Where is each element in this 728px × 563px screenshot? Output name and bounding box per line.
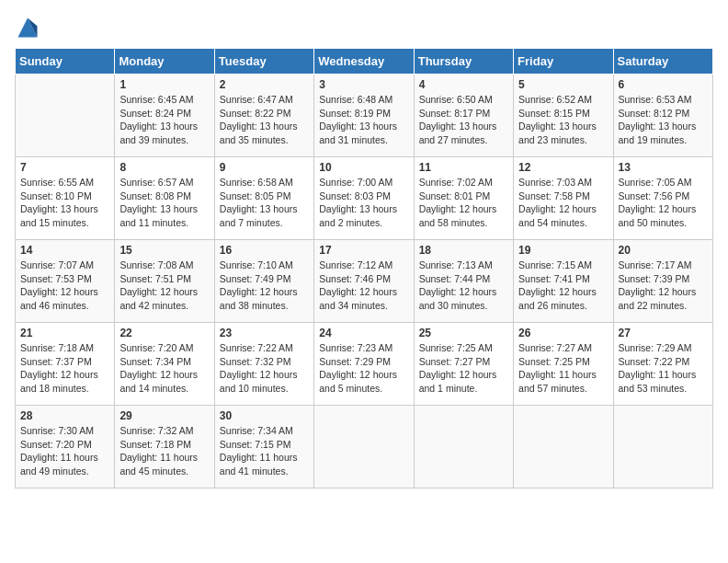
day-number: 13 bbox=[619, 161, 708, 174]
calendar-cell: 13Sunrise: 7:05 AM Sunset: 7:56 PM Dayli… bbox=[613, 157, 712, 240]
day-info: Sunrise: 6:58 AM Sunset: 8:05 PM Dayligh… bbox=[220, 176, 309, 230]
day-info: Sunrise: 6:57 AM Sunset: 8:08 PM Dayligh… bbox=[119, 176, 209, 230]
day-number: 12 bbox=[518, 161, 608, 174]
calendar-cell: 30Sunrise: 7:34 AM Sunset: 7:15 PM Dayli… bbox=[214, 406, 313, 488]
day-info: Sunrise: 7:03 AM Sunset: 7:58 PM Dayligh… bbox=[518, 176, 608, 230]
day-number: 15 bbox=[119, 244, 209, 257]
day-number: 8 bbox=[119, 161, 209, 174]
day-info: Sunrise: 7:32 AM Sunset: 7:18 PM Dayligh… bbox=[119, 424, 209, 478]
day-number: 30 bbox=[220, 409, 309, 422]
day-info: Sunrise: 7:05 AM Sunset: 7:56 PM Dayligh… bbox=[619, 176, 708, 230]
day-number: 26 bbox=[518, 327, 608, 339]
calendar-cell: 17Sunrise: 7:12 AM Sunset: 7:46 PM Dayli… bbox=[314, 240, 414, 323]
day-number: 17 bbox=[319, 244, 408, 257]
day-number: 28 bbox=[20, 409, 109, 422]
day-info: Sunrise: 7:30 AM Sunset: 7:20 PM Dayligh… bbox=[20, 424, 109, 478]
day-number: 5 bbox=[518, 78, 608, 91]
day-number: 3 bbox=[319, 78, 408, 91]
calendar-cell: 3Sunrise: 6:48 AM Sunset: 8:19 PM Daylig… bbox=[314, 75, 414, 157]
col-header-monday: Monday bbox=[115, 49, 214, 75]
day-info: Sunrise: 6:48 AM Sunset: 8:19 PM Dayligh… bbox=[319, 93, 408, 147]
calendar-cell: 27Sunrise: 7:29 AM Sunset: 7:22 PM Dayli… bbox=[613, 323, 712, 406]
day-number: 27 bbox=[619, 327, 708, 339]
day-number: 1 bbox=[119, 78, 209, 91]
day-number: 4 bbox=[419, 78, 508, 91]
day-number: 19 bbox=[518, 244, 608, 257]
day-info: Sunrise: 7:07 AM Sunset: 7:53 PM Dayligh… bbox=[20, 259, 109, 313]
calendar-cell: 12Sunrise: 7:03 AM Sunset: 7:58 PM Dayli… bbox=[514, 157, 613, 240]
day-info: Sunrise: 7:29 AM Sunset: 7:22 PM Dayligh… bbox=[619, 341, 708, 396]
calendar-cell bbox=[514, 406, 613, 488]
col-header-thursday: Thursday bbox=[414, 49, 513, 75]
col-header-tuesday: Tuesday bbox=[214, 49, 313, 75]
day-info: Sunrise: 7:34 AM Sunset: 7:15 PM Dayligh… bbox=[220, 424, 309, 478]
day-info: Sunrise: 7:00 AM Sunset: 8:03 PM Dayligh… bbox=[319, 176, 408, 230]
col-header-friday: Friday bbox=[514, 49, 613, 75]
day-number: 25 bbox=[419, 327, 508, 339]
day-number: 29 bbox=[119, 409, 209, 422]
calendar-cell: 25Sunrise: 7:25 AM Sunset: 7:27 PM Dayli… bbox=[414, 323, 513, 406]
day-number: 2 bbox=[220, 78, 309, 91]
day-info: Sunrise: 7:12 AM Sunset: 7:46 PM Dayligh… bbox=[319, 259, 408, 313]
day-number: 23 bbox=[220, 327, 309, 339]
day-number: 20 bbox=[619, 244, 708, 257]
calendar-cell: 6Sunrise: 6:53 AM Sunset: 8:12 PM Daylig… bbox=[613, 75, 712, 157]
col-header-sunday: Sunday bbox=[16, 49, 115, 75]
logo-icon bbox=[15, 15, 40, 40]
day-info: Sunrise: 6:45 AM Sunset: 8:24 PM Dayligh… bbox=[119, 93, 209, 147]
day-number: 21 bbox=[20, 327, 109, 339]
day-info: Sunrise: 6:53 AM Sunset: 8:12 PM Dayligh… bbox=[619, 93, 708, 147]
day-number: 6 bbox=[619, 78, 708, 91]
calendar-cell: 20Sunrise: 7:17 AM Sunset: 7:39 PM Dayli… bbox=[613, 240, 712, 323]
day-info: Sunrise: 7:15 AM Sunset: 7:41 PM Dayligh… bbox=[518, 259, 608, 313]
day-number: 18 bbox=[419, 244, 508, 257]
calendar-cell: 11Sunrise: 7:02 AM Sunset: 8:01 PM Dayli… bbox=[414, 157, 513, 240]
day-number: 24 bbox=[319, 327, 408, 339]
calendar-cell: 26Sunrise: 7:27 AM Sunset: 7:25 PM Dayli… bbox=[514, 323, 613, 406]
day-number: 11 bbox=[419, 161, 508, 174]
col-header-wednesday: Wednesday bbox=[314, 49, 414, 75]
day-info: Sunrise: 7:25 AM Sunset: 7:27 PM Dayligh… bbox=[419, 341, 508, 396]
day-number: 10 bbox=[319, 161, 408, 174]
day-info: Sunrise: 7:23 AM Sunset: 7:29 PM Dayligh… bbox=[319, 341, 408, 396]
calendar-cell: 23Sunrise: 7:22 AM Sunset: 7:32 PM Dayli… bbox=[214, 323, 313, 406]
day-info: Sunrise: 7:18 AM Sunset: 7:37 PM Dayligh… bbox=[20, 341, 109, 396]
day-info: Sunrise: 7:13 AM Sunset: 7:44 PM Dayligh… bbox=[419, 259, 508, 313]
day-info: Sunrise: 7:10 AM Sunset: 7:49 PM Dayligh… bbox=[220, 259, 309, 313]
calendar-cell: 18Sunrise: 7:13 AM Sunset: 7:44 PM Dayli… bbox=[414, 240, 513, 323]
calendar-cell: 8Sunrise: 6:57 AM Sunset: 8:08 PM Daylig… bbox=[115, 157, 214, 240]
calendar-table: SundayMondayTuesdayWednesdayThursdayFrid… bbox=[15, 48, 713, 488]
calendar-cell: 5Sunrise: 6:52 AM Sunset: 8:15 PM Daylig… bbox=[514, 75, 613, 157]
logo bbox=[15, 15, 44, 40]
day-info: Sunrise: 7:22 AM Sunset: 7:32 PM Dayligh… bbox=[220, 341, 309, 396]
calendar-cell: 16Sunrise: 7:10 AM Sunset: 7:49 PM Dayli… bbox=[214, 240, 313, 323]
day-number: 22 bbox=[119, 327, 209, 339]
calendar-cell: 22Sunrise: 7:20 AM Sunset: 7:34 PM Dayli… bbox=[115, 323, 214, 406]
day-number: 14 bbox=[20, 244, 109, 257]
calendar-cell: 24Sunrise: 7:23 AM Sunset: 7:29 PM Dayli… bbox=[314, 323, 414, 406]
day-number: 16 bbox=[220, 244, 309, 257]
calendar-cell: 29Sunrise: 7:32 AM Sunset: 7:18 PM Dayli… bbox=[115, 406, 214, 488]
calendar-cell: 7Sunrise: 6:55 AM Sunset: 8:10 PM Daylig… bbox=[16, 157, 115, 240]
day-number: 7 bbox=[20, 161, 109, 174]
day-info: Sunrise: 6:55 AM Sunset: 8:10 PM Dayligh… bbox=[20, 176, 109, 230]
day-info: Sunrise: 6:50 AM Sunset: 8:17 PM Dayligh… bbox=[419, 93, 508, 147]
calendar-cell bbox=[414, 406, 513, 488]
calendar-cell: 28Sunrise: 7:30 AM Sunset: 7:20 PM Dayli… bbox=[16, 406, 115, 488]
calendar-cell: 19Sunrise: 7:15 AM Sunset: 7:41 PM Dayli… bbox=[514, 240, 613, 323]
day-info: Sunrise: 7:20 AM Sunset: 7:34 PM Dayligh… bbox=[119, 341, 209, 396]
calendar-cell: 1Sunrise: 6:45 AM Sunset: 8:24 PM Daylig… bbox=[115, 75, 214, 157]
calendar-cell: 15Sunrise: 7:08 AM Sunset: 7:51 PM Dayli… bbox=[115, 240, 214, 323]
day-info: Sunrise: 7:17 AM Sunset: 7:39 PM Dayligh… bbox=[619, 259, 708, 313]
day-info: Sunrise: 6:47 AM Sunset: 8:22 PM Dayligh… bbox=[220, 93, 309, 147]
calendar-cell: 10Sunrise: 7:00 AM Sunset: 8:03 PM Dayli… bbox=[314, 157, 414, 240]
calendar-cell: 4Sunrise: 6:50 AM Sunset: 8:17 PM Daylig… bbox=[414, 75, 513, 157]
day-info: Sunrise: 7:02 AM Sunset: 8:01 PM Dayligh… bbox=[419, 176, 508, 230]
day-info: Sunrise: 6:52 AM Sunset: 8:15 PM Dayligh… bbox=[518, 93, 608, 147]
calendar-cell: 2Sunrise: 6:47 AM Sunset: 8:22 PM Daylig… bbox=[214, 75, 313, 157]
calendar-cell bbox=[314, 406, 414, 488]
calendar-cell: 14Sunrise: 7:07 AM Sunset: 7:53 PM Dayli… bbox=[16, 240, 115, 323]
day-number: 9 bbox=[220, 161, 309, 174]
calendar-cell: 9Sunrise: 6:58 AM Sunset: 8:05 PM Daylig… bbox=[214, 157, 313, 240]
calendar-cell bbox=[16, 75, 115, 157]
